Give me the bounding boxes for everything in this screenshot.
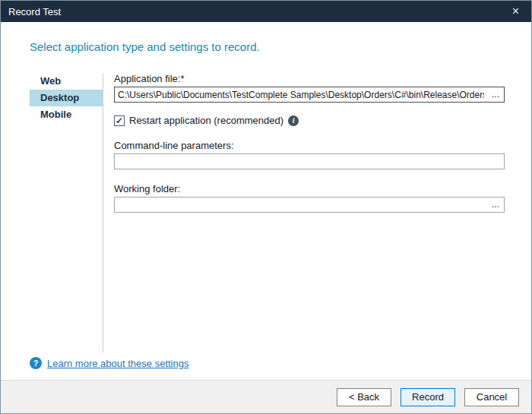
working-folder-wrap: ...: [114, 197, 505, 213]
application-file-group: Application file:* ...: [114, 73, 505, 103]
cancel-button[interactable]: Cancel: [464, 388, 519, 406]
command-line-group: Command-line parameters:: [114, 140, 505, 169]
titlebar: Record Test ×: [1, 1, 531, 22]
dialog-body: Select application type and settings to …: [1, 22, 531, 380]
back-button[interactable]: < Back: [337, 388, 391, 406]
restart-application-checkbox[interactable]: ✓: [114, 115, 125, 126]
sidebar-item-desktop[interactable]: Desktop: [30, 90, 103, 106]
restart-application-row: ✓ Restart application (recommended) i: [114, 115, 505, 126]
application-file-wrap: ...: [114, 87, 505, 103]
restart-application-label: Restart application (recommended): [129, 115, 283, 126]
command-line-label: Command-line parameters:: [114, 140, 505, 151]
app-type-list: Web Desktop Mobile: [30, 73, 103, 352]
sidebar-item-web[interactable]: Web: [30, 73, 103, 90]
learn-more-link[interactable]: Learn more about these settings: [47, 358, 188, 369]
help-row: ? Learn more about these settings: [30, 357, 505, 369]
command-line-input[interactable]: [115, 154, 504, 169]
command-line-wrap: [114, 153, 505, 169]
application-file-label: Application file:*: [114, 73, 505, 84]
main-area: Web Desktop Mobile Application file:* ..…: [30, 73, 505, 352]
working-folder-browse-button[interactable]: ...: [487, 198, 504, 212]
page-title: Select application type and settings to …: [30, 40, 505, 53]
application-file-browse-button[interactable]: ...: [487, 87, 504, 102]
working-folder-group: Working folder: ...: [114, 183, 505, 213]
record-test-dialog: Record Test × Select application type an…: [0, 0, 532, 414]
record-button[interactable]: Record: [401, 388, 455, 406]
help-icon[interactable]: ?: [30, 357, 42, 369]
application-file-input[interactable]: [115, 87, 487, 102]
sidebar-item-mobile[interactable]: Mobile: [30, 106, 103, 123]
button-bar: < Back Record Cancel: [1, 380, 531, 413]
working-folder-label: Working folder:: [114, 183, 505, 194]
info-icon[interactable]: i: [288, 115, 299, 126]
working-folder-input[interactable]: [115, 198, 487, 212]
settings-panel: Application file:* ... ✓ Restart applica…: [103, 73, 505, 352]
close-icon[interactable]: ×: [509, 4, 522, 19]
window-title: Record Test: [8, 6, 61, 17]
